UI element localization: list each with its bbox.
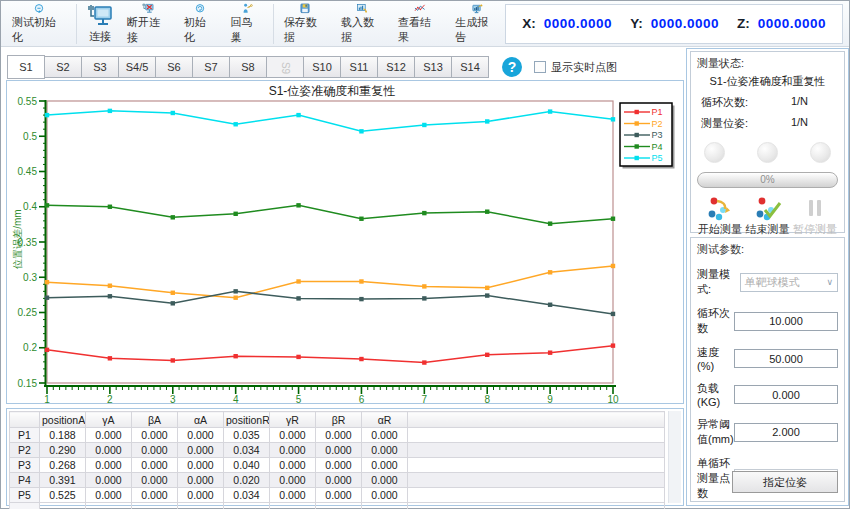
pause-measure-button[interactable]: 暂停测量	[793, 195, 837, 237]
results-chart-icon	[407, 3, 433, 14]
disconnect-icon	[135, 3, 161, 14]
table-cell: 0.000	[270, 488, 316, 503]
tab-s12[interactable]: S12	[377, 56, 415, 78]
table-cell: 0.000	[86, 488, 132, 503]
svg-text:10: 10	[607, 394, 619, 403]
pause-icon	[800, 195, 830, 221]
test-init-button[interactable]: 测试初始化	[5, 3, 73, 45]
svg-text:0.4: 0.4	[23, 201, 37, 212]
threshold-input[interactable]	[734, 423, 838, 442]
view-results-button[interactable]: 查看结果	[391, 3, 448, 45]
status-test-name: S1-位姿准确度和重复性	[691, 74, 844, 89]
toolbar-separator	[76, 4, 77, 44]
start-measure-button[interactable]: 开始测量	[698, 195, 742, 237]
table-cell	[408, 473, 665, 488]
tab-s4-5[interactable]: S4/5	[118, 56, 156, 78]
tab-s2[interactable]: S2	[44, 56, 82, 78]
table-row[interactable]: P50.5250.0000.0000.0000.0340.0000.0000.0…	[10, 488, 665, 503]
checkbox-box[interactable]	[534, 61, 546, 73]
table-cell: γR	[270, 412, 316, 428]
table-row[interactable]	[10, 503, 665, 509]
toolbar-button-label: 测试初始化	[12, 15, 66, 45]
table-row[interactable]: P40.3910.0000.0000.0000.0200.0000.0000.0…	[10, 473, 665, 488]
svg-text:P2: P2	[652, 119, 663, 129]
table-cell: 0.000	[178, 473, 224, 488]
table-cell: βR	[316, 412, 362, 428]
tab-s1[interactable]: S1	[7, 55, 45, 79]
cycle-count-row: 循环次数: 1/N	[701, 95, 834, 110]
tab-s7[interactable]: S7	[192, 56, 230, 78]
tab-s11[interactable]: S11	[340, 56, 378, 78]
table-cell: 0.000	[362, 488, 408, 503]
home-nest-button[interactable]: 回鸟巢	[223, 3, 269, 45]
help-icon[interactable]: ?	[502, 57, 522, 77]
table-cell	[408, 503, 665, 509]
stop-measure-button[interactable]: 结束测量	[746, 195, 790, 237]
table-cell: 0.188	[40, 428, 86, 443]
generate-report-button[interactable]: 生成报告	[448, 3, 505, 45]
tab-s13[interactable]: S13	[414, 56, 452, 78]
speed-input[interactable]	[734, 349, 838, 368]
svg-text:0.2: 0.2	[23, 342, 37, 353]
table-cell: 0.000	[270, 458, 316, 473]
table-row[interactable]: P20.2900.0000.0000.0000.0340.0000.0000.0…	[10, 443, 665, 458]
table-cell	[224, 503, 270, 509]
table-cell: positionR	[224, 412, 270, 428]
svg-text:3: 3	[170, 394, 176, 403]
table-cell	[408, 412, 665, 428]
table-cell	[270, 503, 316, 509]
report-icon	[464, 3, 490, 14]
connect-button[interactable]: 连接	[80, 3, 120, 45]
realtime-plot-checkbox[interactable]: 显示实时点图	[534, 60, 617, 75]
measure-buttons-row: 开始测量 结束测量	[691, 188, 844, 237]
assign-pose-button[interactable]: 指定位姿	[732, 471, 838, 493]
cycle-count-input[interactable]	[734, 312, 838, 331]
chart-title: S1-位姿准确度和重复性	[7, 83, 657, 100]
save-data-button[interactable]: 保存数据	[277, 3, 334, 45]
tab-s9[interactable]: S9	[266, 56, 304, 78]
table-cell: positionA	[40, 412, 86, 428]
tab-s6[interactable]: S6	[155, 56, 193, 78]
table-row[interactable]: P30.2680.0000.0000.0000.0400.0000.0000.0…	[10, 458, 665, 473]
svg-text:0.5: 0.5	[23, 131, 37, 142]
measure-pose-row: 测量位姿: 1/N	[701, 116, 834, 131]
table-header-row[interactable]: positionAγAβAαApositionRγRβRαR	[10, 412, 665, 428]
table-cell	[408, 443, 665, 458]
tab-s3[interactable]: S3	[81, 56, 119, 78]
svg-text:P1: P1	[652, 107, 663, 117]
measure-mode-dropdown[interactable]: 单靶球模式 ∨	[740, 273, 839, 292]
status-group-title: 测量状态:	[691, 52, 844, 72]
table-cell: 0.000	[270, 443, 316, 458]
tab-s14[interactable]: S14	[451, 56, 489, 78]
initialize-button[interactable]: 初始化	[177, 3, 223, 45]
status-lights	[691, 137, 844, 163]
table-cell	[408, 458, 665, 473]
line-chart: 0.150.20.250.30.350.40.450.50.5512345678…	[7, 81, 683, 403]
load-data-button[interactable]: 载入数据	[334, 3, 391, 45]
table-scrollbar[interactable]	[668, 411, 681, 503]
threshold-field-row: 异常阈值(mm)	[697, 417, 838, 447]
table-cell	[408, 428, 665, 443]
y-axis-label: 位置误差/mm	[11, 199, 23, 279]
cycle-count-field-label: 循环次数	[697, 306, 734, 336]
svg-text:4: 4	[233, 394, 239, 403]
cycle-count-field-row: 循环次数	[697, 306, 838, 336]
toolbar-button-label: 回鸟巢	[230, 15, 262, 45]
results-table[interactable]: positionAγAβAαApositionRγRβRαRP10.1880.0…	[9, 411, 665, 509]
table-row[interactable]: P10.1880.0000.0000.0000.0350.0000.0000.0…	[10, 428, 665, 443]
right-panel: 测量状态: S1-位姿准确度和重复性 循环次数: 1/N 测量位姿: 1/N 0…	[686, 48, 849, 506]
table-cell	[408, 488, 665, 503]
z-label: Z:	[737, 16, 750, 31]
table-cell: 0.391	[40, 473, 86, 488]
table-cell: 0.000	[316, 458, 362, 473]
tab-s10[interactable]: S10	[303, 56, 341, 78]
table-cell: 0.000	[132, 488, 178, 503]
table-cell: 0.035	[224, 428, 270, 443]
start-measure-icon	[705, 195, 735, 221]
table-cell: 0.268	[40, 458, 86, 473]
table-cell: 0.000	[132, 458, 178, 473]
disconnect-button[interactable]: 断开连接	[120, 3, 177, 45]
load-input[interactable]	[734, 385, 838, 404]
row-header-cell: P3	[10, 458, 40, 473]
tab-s8[interactable]: S8	[229, 56, 267, 78]
